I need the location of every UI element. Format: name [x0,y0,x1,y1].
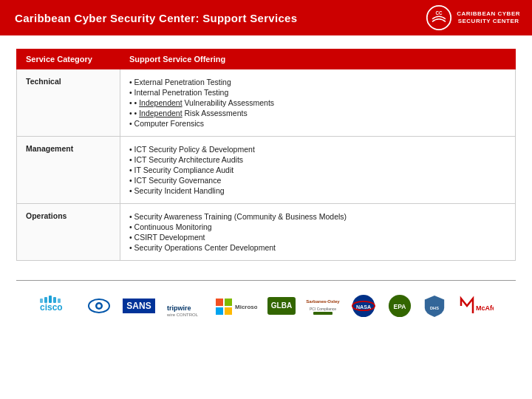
table-header-row: Service Category Support Service Offerin… [17,50,516,69]
table-row: ManagementICT Security Policy & Developm… [17,137,516,204]
svg-rect-24 [313,312,332,315]
svg-text:McAfee: McAfee [476,304,494,312]
svg-rect-16 [225,299,232,306]
offering-item: • Independent Risk Assessments [129,108,506,118]
ccsc-logo-icon: CC [426,4,452,31]
header-title: Caribbean Cyber Security Center: Support… [15,12,297,24]
svg-rect-7 [58,299,61,303]
col1-header: Service Category [17,50,120,69]
svg-text:tripwire: tripwire [167,304,191,312]
category-cell: Technical [17,69,120,137]
offering-item: External Penetration Testing [129,77,506,87]
svg-rect-15 [216,299,223,306]
svg-text:GLBA: GLBA [271,301,292,310]
logo-cisco: cisco [38,293,75,319]
svg-rect-5 [49,296,52,303]
svg-rect-3 [40,299,43,303]
svg-text:wire CONTROL: wire CONTROL [166,313,199,317]
logo-text: CARIBBEAN CYBER SECURITY CENTER [457,10,520,26]
table-row: TechnicalExternal Penetration TestingInt… [17,69,516,137]
category-cell: Management [17,137,120,204]
offering-item: IT Security Compliance Audit [129,165,506,175]
footer-divider [16,280,516,281]
offering-item: Security Operations Center Development [129,242,506,253]
svg-text:DHS: DHS [430,306,439,310]
svg-rect-4 [44,297,47,303]
logo-epa: EPA [387,293,412,319]
svg-rect-18 [225,307,232,315]
logo-sans: SANS [123,293,155,319]
col2-header: Support Service Offering [120,50,516,69]
header: Caribbean Cyber Security Center: Support… [0,0,532,35]
offering-item: Security Incident Handling [129,185,506,196]
svg-text:cisco: cisco [40,302,63,313]
logo-sarbanes-oxley: Sarbanes-Oxley PCI Compliance [306,293,340,319]
offering-item: CSIRT Development [129,232,506,242]
svg-text:CC: CC [436,10,443,16]
offering-item: ICT Security Policy & Development [129,144,506,154]
svg-point-10 [98,304,101,308]
svg-text:SANS: SANS [126,301,151,311]
offering-item: Security Awareness Training (Community &… [129,211,506,222]
offering-item: ICT Security Architecture Audits [129,154,506,165]
svg-text:EPA: EPA [394,303,406,310]
logo-area: CC CARIBBEAN CYBER SECURITY CENTER [426,4,520,31]
offering-item: • Independent Vulnerability Assessments [129,98,506,108]
offerings-cell: External Penetration TestingInternal Pen… [120,69,516,137]
svg-point-0 [427,6,451,30]
service-table: Service Category Support Service Offerin… [16,49,516,261]
logo-nasa: NASA [350,293,377,319]
offering-item: Computer Forensics [129,118,506,129]
logos-row: cisco SANS tripwire wire CONTROL [0,288,532,319]
table-row: OperationsSecurity Awareness Training (C… [17,204,516,261]
offerings-cell: Security Awareness Training (Community &… [120,204,516,261]
logo-mcafee: McAfee [457,293,494,319]
svg-text:Sarbanes-Oxley: Sarbanes-Oxley [306,299,340,304]
offering-item: Continuous Monitoring [129,222,506,232]
svg-text:Microsoft: Microsoft [235,304,257,310]
svg-text:NASA: NASA [356,304,371,310]
svg-text:PCI Compliance: PCI Compliance [310,307,336,311]
logo-dhs: DHS [423,293,446,319]
offering-item: Internal Penetration Testing [129,87,506,98]
main-content: Service Category Support Service Offerin… [0,35,532,270]
category-cell: Operations [17,204,120,261]
svg-rect-6 [53,297,56,303]
logo-tripwire: tripwire wire CONTROL [166,293,204,319]
logo-microsoft: Microsoft [214,293,257,319]
logo-itessat [86,293,112,319]
offerings-cell: ICT Security Policy & DevelopmentICT Sec… [120,137,516,204]
logo-glba: GLBA [267,293,296,319]
offering-item: ICT Security Governance [129,175,506,185]
svg-rect-17 [216,307,223,315]
